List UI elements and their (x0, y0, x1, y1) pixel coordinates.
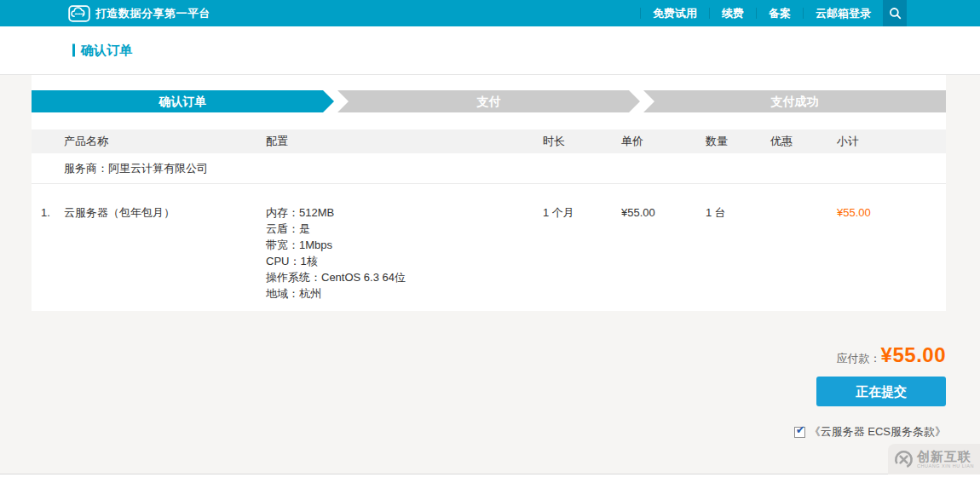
payable-label: 应付款： (837, 351, 881, 369)
page-title: 确认订单 (72, 43, 132, 59)
footer-strip (0, 474, 980, 483)
order-table: 产品名称 配置 时长 单价 数量 优惠 小计 服务商：阿里云计算有限公司 1. … (32, 129, 946, 311)
submit-order-button[interactable]: 正在提交 (816, 377, 946, 406)
payable-amount: ¥55.00 (881, 343, 946, 367)
table-header-row: 产品名称 配置 时长 单价 数量 优惠 小计 (32, 129, 946, 153)
page-body: 确认订单 支付 支付成功 产品名称 配置 时长 单价 数量 优惠 小计 服务商：… (0, 75, 980, 474)
nav-link-free-trial[interactable]: 免费试用 (641, 0, 709, 26)
watermark-name: 创新互联 (917, 450, 974, 463)
header-unit-price: 单价 (621, 129, 643, 153)
terms-link[interactable]: 《云服务器 ECS服务条款》 (810, 424, 946, 440)
item-unit-price: ¥55.00 (621, 204, 655, 221)
brand-slogan: 打造数据分享第一平台 (95, 6, 210, 21)
checkout-steps: 确认订单 支付 支付成功 (32, 90, 946, 112)
page-title-text: 确认订单 (81, 43, 132, 59)
header-duration: 时长 (543, 129, 565, 153)
watermark-caption: CHUANG XIN HU LIAN (917, 464, 974, 469)
nav-link-renew[interactable]: 续费 (710, 0, 756, 26)
item-config: 内存：512MB 云盾：是 带宽：1Mbps CPU：1核 操作系统：CentO… (266, 204, 406, 302)
cloud-logo-icon (68, 5, 90, 22)
step-pay: 支付 (337, 90, 640, 112)
config-shield: 云盾：是 (266, 221, 406, 237)
header-product-name: 产品名称 (64, 129, 108, 153)
item-subtotal: ¥55.00 (837, 204, 871, 221)
title-accent-bar (72, 44, 75, 57)
config-cpu: CPU：1核 (266, 253, 406, 269)
site-watermark: 创新互联 CHUANG XIN HU LIAN (888, 444, 980, 474)
header-quantity: 数量 (706, 129, 728, 153)
config-bandwidth: 带宽：1Mbps (266, 237, 406, 253)
step-pay-success: 支付成功 (643, 90, 946, 112)
nav-link-mail-login[interactable]: 云邮箱登录 (804, 0, 883, 26)
order-content-card: 确认订单 支付 支付成功 产品名称 配置 时长 单价 数量 优惠 小计 服务商：… (32, 75, 946, 311)
search-button[interactable] (883, 0, 907, 26)
top-navbar: 打造数据分享第一平台 免费试用 续费 备案 云邮箱登录 (0, 0, 980, 26)
header-subtotal: 小计 (837, 129, 859, 153)
terms-checkbox[interactable] (794, 427, 805, 438)
search-icon (889, 7, 902, 20)
item-index: 1. (41, 204, 50, 221)
config-region: 地域：杭州 (266, 285, 406, 302)
provider-text: 服务商：阿里云计算有限公司 (64, 153, 208, 183)
navbar-links: 免费试用 续费 备案 云邮箱登录 (640, 0, 907, 26)
order-item-row: 1. 云服务器（包年包月） 内存：512MB 云盾：是 带宽：1Mbps CPU… (32, 184, 946, 311)
payable-line: 应付款： ¥55.00 (837, 343, 946, 369)
terms-line: 《云服务器 ECS服务条款》 (794, 424, 946, 440)
item-duration: 1 个月 (543, 204, 574, 221)
item-name: 云服务器（包年包月） (64, 204, 175, 221)
nav-link-icp[interactable]: 备案 (757, 0, 803, 26)
header-discount: 优惠 (770, 129, 793, 153)
config-memory: 内存：512MB (266, 204, 406, 221)
item-quantity: 1 台 (706, 204, 726, 221)
header-config: 配置 (266, 129, 288, 153)
provider-row: 服务商：阿里云计算有限公司 (32, 153, 946, 184)
order-confirm-page: 打造数据分享第一平台 免费试用 续费 备案 云邮箱登录 (0, 0, 980, 483)
brand[interactable]: 打造数据分享第一平台 (68, 5, 210, 22)
title-bar: 确认订单 (0, 26, 980, 75)
config-os: 操作系统：CentOS 6.3 64位 (266, 269, 406, 285)
watermark-logo-icon (894, 450, 914, 469)
watermark-text: 创新互联 CHUANG XIN HU LIAN (917, 450, 974, 469)
step-confirm-order: 确认订单 (32, 90, 334, 112)
